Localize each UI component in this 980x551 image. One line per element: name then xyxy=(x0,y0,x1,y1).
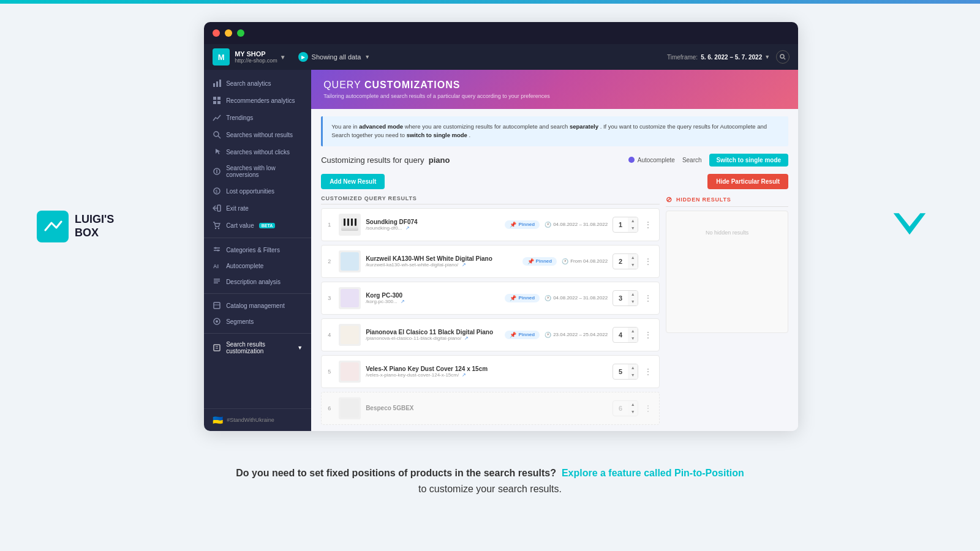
hidden-results-box: No hidden results xyxy=(666,211,788,333)
sidebar: Search analytics Recommenders analytics … xyxy=(204,70,311,431)
position-down[interactable]: ▼ xyxy=(628,372,638,379)
product-info: Pianonova El Clasico 11 Black Digital Pi… xyxy=(366,329,500,341)
position-down[interactable]: ▼ xyxy=(628,298,638,305)
grid-icon xyxy=(213,96,221,105)
sidebar-item-search-analytics[interactable]: Search analytics xyxy=(204,75,311,92)
window-dot-maximize[interactable] xyxy=(237,29,244,37)
pinned-badge: 📌 Pinned xyxy=(505,331,540,339)
position-down[interactable]: ▼ xyxy=(628,408,638,416)
sidebar-item-description[interactable]: Description analysis xyxy=(204,274,311,290)
sidebar-item-segments[interactable]: Segments xyxy=(204,313,311,329)
position-arrows: ▲ ▼ xyxy=(628,217,638,232)
svg-rect-31 xyxy=(214,345,220,351)
sidebar-item-search-results[interactable]: Search results customization ▼ xyxy=(204,337,311,358)
sidebar-item-trendings[interactable]: Trendings xyxy=(204,109,311,126)
cart-icon xyxy=(213,221,221,230)
sidebar-item-cart-value[interactable]: Cart value BETA xyxy=(204,217,311,234)
switch-single-mode-button[interactable]: Switch to single mode xyxy=(709,154,789,167)
branding-row: LUIGI'S BOX M MY SHOP http://e-shop.com … xyxy=(37,22,943,431)
beta-badge: BETA xyxy=(259,223,276,228)
sidebar-item-catalog[interactable]: Catalog management xyxy=(204,298,311,313)
position-down[interactable]: ▼ xyxy=(628,225,638,232)
query-tabs: Autocomplete Search Switch to single mod… xyxy=(628,154,788,167)
position-up[interactable]: ▲ xyxy=(628,364,638,372)
ai-icon: AI xyxy=(213,261,221,270)
date-badge: 🕐 04.08.2022 – 31.08.2022 xyxy=(545,295,608,301)
external-link-icon[interactable]: ↗ xyxy=(405,225,410,231)
sidebar-item-low-conv[interactable]: Searches with low conversions xyxy=(204,160,311,182)
search-icon xyxy=(780,54,786,60)
product-name: Veles-X Piano Key Dust Cover 124 x 15cm xyxy=(366,365,603,372)
logo-area: LUIGI'S BOX xyxy=(37,211,114,242)
ukraine-flag-icon: 🇺🇦 xyxy=(213,415,223,425)
clock-icon: 🕐 xyxy=(545,222,551,228)
timeframe-label: Timeframe: xyxy=(667,54,698,61)
external-link-icon[interactable]: ↗ xyxy=(462,262,466,268)
external-link-icon[interactable]: ↗ xyxy=(401,299,405,304)
tab-search[interactable]: Search xyxy=(682,157,702,163)
shop-caret[interactable]: ▼ xyxy=(280,54,286,61)
position-number: 5 xyxy=(613,364,628,379)
sidebar-item-no-clicks[interactable]: Searches without clicks xyxy=(204,143,311,160)
svg-rect-7 xyxy=(213,101,216,104)
sidebar-item-exit-rate[interactable]: Exit rate xyxy=(204,200,311,217)
window-titlebar xyxy=(204,22,798,44)
sidebar-item-recommenders[interactable]: Recommenders analytics xyxy=(204,92,311,109)
sidebar-item-lost-opp[interactable]: $ Lost opportunities xyxy=(204,182,311,200)
row-menu[interactable]: ⋮ xyxy=(643,403,653,413)
position-control: 5 ▲ ▼ xyxy=(612,364,638,380)
pin-icon: 📌 xyxy=(510,222,516,228)
position-arrows: ▲ ▼ xyxy=(628,254,638,269)
pin-icon: 📌 xyxy=(510,332,516,338)
external-link-icon[interactable]: ↗ xyxy=(464,335,469,341)
query-banner: QUERY CUSTOMIZATIONS Tailoring autocompl… xyxy=(311,70,798,109)
position-up[interactable]: ▲ xyxy=(628,254,638,261)
row-menu[interactable]: ⋮ xyxy=(643,293,653,303)
sidebar-item-autocomplete[interactable]: AI Autocomplete xyxy=(204,258,311,274)
row-num: 6 xyxy=(328,405,334,411)
position-up[interactable]: ▲ xyxy=(628,291,638,298)
product-name: Korg PC-300 xyxy=(366,292,500,299)
exit-icon xyxy=(213,204,221,212)
position-up[interactable]: ▲ xyxy=(628,217,638,225)
svg-rect-3 xyxy=(216,81,218,87)
sidebar-divider-2 xyxy=(204,293,311,294)
info-box: You are in advanced mode where you are c… xyxy=(321,116,788,146)
add-result-button[interactable]: Add New Result xyxy=(321,174,385,189)
table-row: 3 Korg PC-300 /korg-pc-300... ↗ xyxy=(321,282,660,315)
sidebar-item-no-results[interactable]: Searches without results xyxy=(204,126,311,143)
position-down[interactable]: ▼ xyxy=(628,335,638,342)
position-control: 3 ▲ ▼ xyxy=(612,290,638,306)
product-thumb xyxy=(339,324,361,346)
chevron-logo-area xyxy=(888,205,943,248)
hide-result-button[interactable]: Hide Particular Result xyxy=(707,174,788,189)
product-name: Bespeco 5GBEX xyxy=(366,405,603,411)
clock-icon: 🕐 xyxy=(562,258,568,264)
search-button[interactable] xyxy=(776,50,790,64)
window-dot-close[interactable] xyxy=(213,29,220,37)
sidebar-item-categories[interactable]: Categories & Filters xyxy=(204,242,311,258)
row-menu[interactable]: ⋮ xyxy=(643,220,653,230)
row-menu[interactable]: ⋮ xyxy=(643,257,653,266)
window-dot-minimize[interactable] xyxy=(225,29,232,37)
shop-info: MY SHOP http://e-shop.com xyxy=(235,50,277,64)
tab-autocomplete[interactable]: Autocomplete xyxy=(628,157,675,163)
svg-rect-4 xyxy=(219,80,221,87)
table-row: 2 Kurzweil KA130-WH Set White Digital Pi… xyxy=(321,245,660,278)
cta-link[interactable]: Explore a feature called Pin-to-Position xyxy=(562,468,744,478)
position-down[interactable]: ▼ xyxy=(628,261,638,269)
product-thumb xyxy=(339,361,361,383)
customized-section-header: CUSTOMIZED QUERY RESULTS xyxy=(321,195,660,204)
external-link-icon[interactable]: ↗ xyxy=(462,372,466,378)
row-menu[interactable]: ⋮ xyxy=(643,330,653,340)
sliders-icon xyxy=(213,246,221,254)
position-up[interactable]: ▲ xyxy=(628,401,638,408)
product-thumb xyxy=(339,214,361,236)
svg-line-10 xyxy=(218,136,221,138)
position-up[interactable]: ▲ xyxy=(628,328,638,335)
row-menu[interactable]: ⋮ xyxy=(643,367,653,377)
position-arrows: ▲ ▼ xyxy=(628,291,638,305)
sidebar-expand-icon[interactable]: ▼ xyxy=(297,345,303,351)
table-row: 6 Bespeco 5GBEX 6 xyxy=(321,392,660,425)
product-badges: 📌 Pinned 🕐 23.04.2022 – 25.04.2022 xyxy=(505,331,608,339)
